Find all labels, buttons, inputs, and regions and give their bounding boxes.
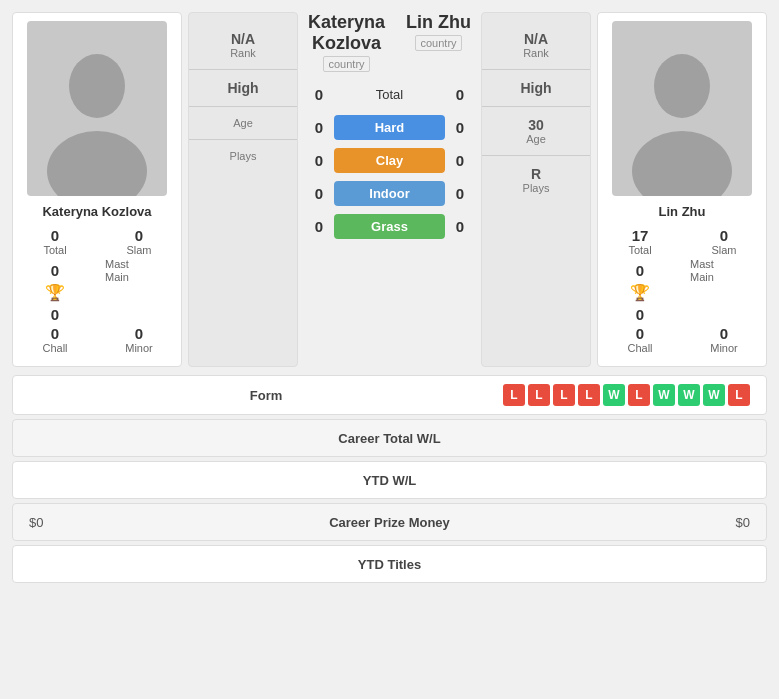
player-names-row: Kateryna Kozlova country Lin Zhu country [304, 12, 475, 72]
right-player-info: Lin Zhu country [406, 12, 471, 51]
player2-chall-value: 0 [636, 325, 644, 342]
form-badge: W [603, 384, 625, 406]
player1-high-stat: High [189, 70, 297, 107]
player1-age-label: Age [233, 117, 253, 129]
left-player-info: Kateryna Kozlova country [308, 12, 385, 72]
form-badge: L [628, 384, 650, 406]
ytd-titles-label: YTD Titles [29, 557, 750, 572]
player1-minor-label: Minor [125, 342, 153, 354]
clay-score-right: 0 [445, 152, 475, 169]
grass-score-left: 0 [304, 218, 334, 235]
career-prize-label: Career Prize Money [269, 515, 509, 530]
player1-chall-label: Chall [42, 342, 67, 354]
player1-age-stat: Age [189, 107, 297, 140]
player2-minor-item: 0 Minor [690, 325, 758, 354]
total-score-right: 0 [445, 86, 475, 103]
player1-name: Kateryna Kozlova [42, 204, 151, 219]
player1-main-label: Main [105, 271, 129, 283]
form-label: Form [29, 388, 503, 403]
player1-total-value: 0 [51, 227, 59, 244]
player2-middle-card: N/A Rank High 30 Age R Plays [481, 12, 591, 367]
player1-rank-label: Rank [230, 47, 256, 59]
player2-main-label: Main [690, 271, 714, 283]
player2-total-item: 17 Total [606, 227, 674, 256]
player2-slam-item: 0 Slam [690, 227, 758, 256]
player1-chall-item: 0 Chall [21, 325, 89, 354]
player1-avatar [27, 21, 167, 196]
player2-plays-value: R [531, 166, 541, 182]
player1-slam-value: 0 [135, 227, 143, 244]
player1-slam-label: Slam [126, 244, 151, 256]
player2-high-stat: High [482, 70, 590, 107]
player2-chall-item: 0 Chall [606, 325, 674, 354]
career-total-wl-row: Career Total W/L [12, 419, 767, 457]
surface-btn-indoor[interactable]: Indoor [334, 181, 445, 206]
ytd-wl-row: YTD W/L [12, 461, 767, 499]
trophy-icon-left: 🏆 [45, 283, 65, 302]
surface-row-hard: 0 Hard 0 [304, 113, 475, 142]
hard-score-left: 0 [304, 119, 334, 136]
player1-total-label: Total [43, 244, 66, 256]
player1-mast-label: Mast [105, 258, 129, 270]
indoor-score-right: 0 [445, 185, 475, 202]
form-badges: LLLLWLWWWL [503, 384, 750, 406]
total-score-left: 0 [304, 86, 334, 103]
player1-mast-labels: Mast Main [105, 258, 173, 323]
form-badge: L [503, 384, 525, 406]
hard-score-right: 0 [445, 119, 475, 136]
player1-card: Kateryna Kozlova 0 Total 0 Slam 0 🏆 0 Ma… [12, 12, 182, 367]
player2-mast-item: 0 🏆 0 [606, 262, 674, 323]
right-player-display-name: Lin Zhu [406, 12, 471, 33]
player1-chall-value: 0 [51, 325, 59, 342]
player2-age-label: Age [526, 133, 546, 145]
player1-mast-value: 0 [51, 262, 59, 279]
svg-point-2 [654, 54, 710, 118]
form-badge: L [728, 384, 750, 406]
svg-point-0 [69, 54, 125, 118]
player1-minor-item: 0 Minor [105, 325, 173, 354]
player2-main-value: 0 [636, 306, 644, 323]
surface-btn-grass[interactable]: Grass [334, 214, 445, 239]
surface-row-grass: 0 Grass 0 [304, 212, 475, 241]
surface-row-clay: 0 Clay 0 [304, 146, 475, 175]
player1-stats-grid: 0 Total 0 Slam 0 🏆 0 Mast Main 0 [21, 227, 173, 354]
player1-slam-item: 0 Slam [105, 227, 173, 256]
left-player-display-name: Kateryna Kozlova [308, 12, 385, 54]
player1-main-value: 0 [51, 306, 59, 323]
player2-plays-label: Plays [523, 182, 550, 194]
surface-btn-hard[interactable]: Hard [334, 115, 445, 140]
player2-rank-label: Rank [523, 47, 549, 59]
surface-row-indoor: 0 Indoor 0 [304, 179, 475, 208]
prize-left: $0 [29, 515, 269, 530]
player2-age-value: 30 [528, 117, 544, 133]
player2-avatar [612, 21, 752, 196]
indoor-score-left: 0 [304, 185, 334, 202]
svg-point-3 [632, 131, 732, 196]
player1-mast-item: 0 🏆 0 [21, 262, 89, 323]
form-badge: W [653, 384, 675, 406]
player1-minor-value: 0 [135, 325, 143, 342]
player1-rank-value: N/A [231, 31, 255, 47]
trophy-icon-right: 🏆 [630, 283, 650, 302]
ytd-titles-row: YTD Titles [12, 545, 767, 583]
player2-mast-labels: Mast Main [690, 258, 758, 323]
surface-btn-total[interactable]: Total [334, 82, 445, 107]
form-badge: W [678, 384, 700, 406]
svg-point-1 [47, 131, 147, 196]
prize-row: $0 Career Prize Money $0 [12, 503, 767, 541]
player2-slam-label: Slam [711, 244, 736, 256]
player1-middle-card: N/A Rank High Age Plays [188, 12, 298, 367]
player2-total-value: 17 [632, 227, 649, 244]
player2-rank-value: N/A [524, 31, 548, 47]
player2-card: Lin Zhu 17 Total 0 Slam 0 🏆 0 Mast Main [597, 12, 767, 367]
prize-right: $0 [510, 515, 750, 530]
surface-btn-clay[interactable]: Clay [334, 148, 445, 173]
grass-score-right: 0 [445, 218, 475, 235]
player2-minor-label: Minor [710, 342, 738, 354]
form-row: Form LLLLWLWWWL [12, 375, 767, 415]
player2-high-value: High [520, 80, 551, 96]
player2-minor-value: 0 [720, 325, 728, 342]
player1-plays-stat: Plays [189, 140, 297, 172]
players-section: Kateryna Kozlova 0 Total 0 Slam 0 🏆 0 Ma… [0, 0, 779, 367]
bottom-section: Form LLLLWLWWWL Career Total W/L YTD W/L… [0, 367, 779, 595]
